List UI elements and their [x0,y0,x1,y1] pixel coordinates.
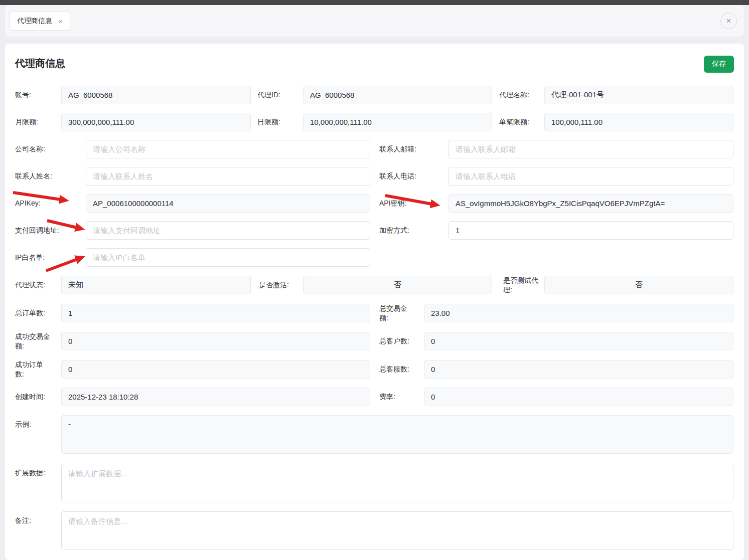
agent-name-input [544,86,733,104]
ip-whitelist-input[interactable] [86,248,370,267]
row-company: 公司名称: 联系人邮箱: [15,140,733,158]
remark-label: 备注: [15,511,61,530]
contact-name-input[interactable] [86,167,370,185]
fee-rate-label: 费率: [379,388,412,406]
agent-id-label: 代理ID: [257,86,303,104]
row-extend-data: 扩展数据: [15,464,733,502]
agent-status-label: 代理状态: [15,276,61,294]
tab-close-icon[interactable]: × [58,18,63,25]
company-name-input[interactable] [86,140,370,158]
page-root: { "tabbar": { "tab_label": "代理商信息" }, "i… [0,0,749,560]
tab-label: 代理商信息 [17,17,52,26]
encrypt-mode-input[interactable] [448,221,733,240]
api-secret-input [448,194,733,213]
agent-id-input [303,86,492,104]
total-customers-input [424,332,733,350]
account-label: 账号: [15,86,61,104]
contact-phone-label: 联系人电话: [379,167,448,185]
contact-phone-input[interactable] [448,167,733,185]
success-orders-input [61,360,370,379]
api-key-input [86,194,370,213]
extend-data-label: 扩展数据: [15,464,61,482]
monthly-limit-label: 月限额: [15,113,61,131]
contact-email-label: 联系人邮箱: [379,140,448,158]
agent-info-panel: 代理商信息 保存 账号: 代理ID: 代理名称: 月限额: 日限额: 单笔限额:… [5,44,744,560]
success-amount-label: 成功交易金额: [15,332,51,350]
created-at-input [61,388,370,406]
single-limit-input [544,113,733,131]
row-created: 创建时间: 费率: [15,388,733,406]
monthly-limit-input [61,113,251,131]
row-callback: 支付回调地址: 加密方式: [15,221,733,240]
success-orders-label: 成功订单数: [15,360,51,379]
window-close-icon: × [726,16,731,26]
page-title: 代理商信息 [15,57,65,70]
window-close-button[interactable]: × [720,13,737,29]
pay-callback-label: 支付回调地址: [15,221,86,240]
daily-limit-input [303,113,492,131]
total-amount-input [424,304,733,322]
agent-status-input [61,276,251,294]
tab-bar: 代理商信息 × × [5,5,744,37]
encrypt-mode-label: 加密方式: [379,221,448,240]
total-customers-label: 总客户数: [379,332,412,350]
remark-textarea[interactable] [61,511,733,550]
row-status: 代理状态: 是否激活: 是否测试代理: [15,276,733,294]
row-api: APIKey: API密钥: [15,194,733,213]
is-active-label: 是否激活: [259,276,303,294]
contact-name-label: 联系人姓名: [15,167,86,185]
total-orders-label: 总订单数: [15,304,51,322]
total-amount-label: 总交易金额: [379,304,412,322]
row-ip-whitelist: IP白名单: [15,248,733,267]
is-test-agent-input [544,276,733,294]
save-button[interactable]: 保存 [704,56,734,73]
example-value: - [61,415,733,454]
total-services-label: 总客服数: [379,360,412,379]
agent-name-label: 代理名称: [499,86,544,104]
success-amount-input [61,332,370,350]
total-orders-input [61,304,370,322]
account-input [61,86,251,104]
api-secret-label: API密钥: [379,194,448,213]
row-remark: 备注: [15,511,733,550]
row-success-orders: 成功订单数: 总客服数: [15,360,733,379]
is-test-agent-label: 是否测试代理: [503,276,544,294]
row-limits: 月限额: 日限额: 单笔限额: [15,113,733,131]
company-name-label: 公司名称: [15,140,86,158]
total-services-input [424,360,733,379]
row-success-amount: 成功交易金额: 总客户数: [15,332,733,350]
row-example: 示例: - [15,415,733,454]
contact-email-input[interactable] [448,140,733,158]
created-at-label: 创建时间: [15,388,51,406]
row-identifiers: 账号: 代理ID: 代理名称: [15,86,733,104]
daily-limit-label: 日限额: [257,113,303,131]
api-key-label: APIKey: [15,194,86,213]
pay-callback-input[interactable] [86,221,370,240]
row-orders: 总订单数: 总交易金额: [15,304,733,322]
window-top-edge [0,0,749,5]
is-active-input [303,276,492,294]
fee-rate-input [424,388,733,406]
single-limit-label: 单笔限额: [499,113,544,131]
ip-whitelist-label: IP白名单: [15,248,86,267]
extend-data-textarea[interactable] [61,464,733,502]
tab-agent-info[interactable]: 代理商信息 × [10,12,70,31]
example-label: 示例: [15,415,61,434]
row-contact: 联系人姓名: 联系人电话: [15,167,733,185]
